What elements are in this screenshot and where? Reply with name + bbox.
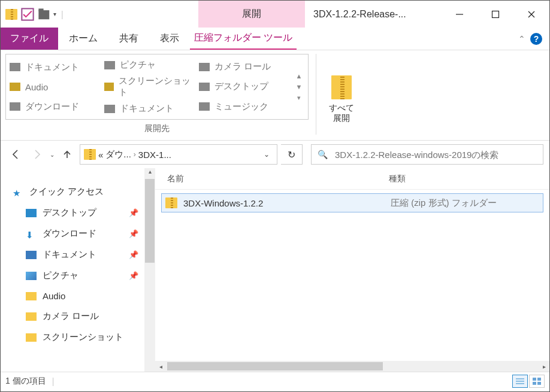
svg-rect-13 xyxy=(537,382,541,385)
breadcrumb-sep-icon[interactable]: › xyxy=(134,150,136,159)
document-icon xyxy=(26,251,37,259)
maximize-button[interactable] xyxy=(478,1,513,28)
sidebar-label: クイック アクセス xyxy=(29,186,104,197)
breadcrumb-current[interactable]: 3DX-1... xyxy=(138,150,171,160)
scroll-up-icon[interactable]: ▴ xyxy=(144,168,155,179)
dest-documents[interactable]: ドキュメント xyxy=(10,60,98,74)
dest-cameraroll[interactable]: カメラ ロール xyxy=(199,60,288,74)
dest-screenshots[interactable]: スクリーンショット xyxy=(104,74,193,99)
dest-documents-2[interactable]: ドキュメント xyxy=(104,102,193,116)
ribbon-group-extract-to: ドキュメント Audio ダウンロード ピクチャ スクリーンショット ドキュメン… xyxy=(5,54,309,140)
desktop-icon xyxy=(26,209,37,217)
svg-rect-2 xyxy=(38,8,43,11)
dest-downloads[interactable]: ダウンロード xyxy=(10,100,98,114)
sidebar-label: ダウンロード xyxy=(43,228,96,239)
search-icon: 🔍 xyxy=(318,150,328,159)
back-button[interactable] xyxy=(7,145,25,163)
qat-properties-icon[interactable] xyxy=(21,8,34,21)
file-row[interactable]: 3DX-Windows-1.2.2 圧縮 (zip 形式) フォルダー xyxy=(161,193,543,212)
navigation-pane[interactable]: ★ クイック アクセス デスクトップ📌 ⬇ダウンロード📌 ドキュメント📌 ピクチ… xyxy=(1,168,144,372)
address-dropdown-icon[interactable]: ⌄ xyxy=(260,150,273,159)
star-icon: ★ xyxy=(13,188,23,196)
help-icon[interactable]: ? xyxy=(530,33,542,45)
scroll-right-icon[interactable]: ▸ xyxy=(539,363,549,370)
view-details-button[interactable] xyxy=(512,375,528,388)
window-controls xyxy=(442,1,549,28)
tab-view[interactable]: 表示 xyxy=(149,28,190,50)
address-bar[interactable]: « ダウ... › 3DX-1... ⌄ xyxy=(80,144,277,165)
svg-rect-10 xyxy=(533,378,536,381)
up-button[interactable] xyxy=(58,145,76,163)
tab-compressed-tools[interactable]: 圧縮フォルダー ツール xyxy=(190,28,297,50)
sidebar-label: ドキュメント xyxy=(43,249,96,260)
gallery-more-icon[interactable]: ▾ xyxy=(297,94,301,102)
ribbon-body: ドキュメント Audio ダウンロード ピクチャ スクリーンショット ドキュメン… xyxy=(1,50,549,141)
address-icon xyxy=(84,149,96,160)
close-button[interactable] xyxy=(513,1,549,28)
zip-folder-icon xyxy=(165,197,177,208)
sidebar-cameraroll[interactable]: カメラ ロール xyxy=(1,306,144,327)
scrollbar-thumb[interactable] xyxy=(167,362,383,370)
pin-icon: 📌 xyxy=(129,250,138,259)
recent-locations-button[interactable]: ⌄ xyxy=(50,151,55,158)
gallery-down-icon[interactable]: ▼ xyxy=(296,83,303,90)
dest-label: カメラ ロール xyxy=(214,61,271,72)
sidebar-downloads[interactable]: ⬇ダウンロード📌 xyxy=(1,223,144,244)
dest-desktop[interactable]: デスクトップ xyxy=(199,80,288,93)
dest-label: スクリーンショット xyxy=(119,75,193,98)
navigation-bar: ⌄ « ダウ... › 3DX-1... ⌄ ↻ 🔍 xyxy=(1,141,549,168)
search-input[interactable] xyxy=(335,150,537,160)
scroll-left-icon[interactable]: ◂ xyxy=(155,363,166,370)
collapse-ribbon-icon[interactable]: ⌃ xyxy=(518,34,525,44)
titlebar: ▾ | 展開 3DX-1.2.2-Release-... xyxy=(1,1,549,28)
quick-access-toolbar: ▾ | xyxy=(1,1,198,28)
dest-audio[interactable]: Audio xyxy=(10,81,98,93)
sidebar-pictures[interactable]: ピクチャ📌 xyxy=(1,265,144,286)
qat-customize-icon[interactable]: ▾ xyxy=(53,11,56,17)
minimize-button[interactable] xyxy=(442,1,478,28)
dest-label: デスクトップ xyxy=(214,81,268,92)
file-list[interactable]: 3DX-Windows-1.2.2 圧縮 (zip 形式) フォルダー xyxy=(155,190,549,361)
extract-all-button[interactable]: すべて 展開 xyxy=(324,54,359,140)
sidebar-label: ピクチャ xyxy=(43,270,78,281)
sidebar-label: スクリーンショット xyxy=(43,332,123,343)
search-box[interactable]: 🔍 xyxy=(311,144,543,165)
view-thumbnails-button[interactable] xyxy=(529,375,545,388)
dest-label: ピクチャ xyxy=(120,59,156,71)
column-type[interactable]: 種類 xyxy=(389,174,549,184)
pin-icon: 📌 xyxy=(129,229,138,238)
extract-all-label: すべて 展開 xyxy=(329,103,354,123)
dest-pictures[interactable]: ピクチャ xyxy=(104,58,193,72)
main-area: ★ クイック アクセス デスクトップ📌 ⬇ダウンロード📌 ドキュメント📌 ピクチ… xyxy=(1,168,549,372)
column-headers[interactable]: 名前 種類 xyxy=(155,168,549,190)
sidebar-scrollbar[interactable]: ▴ xyxy=(144,168,155,372)
content-h-scrollbar[interactable]: ◂ ▸ xyxy=(155,361,549,372)
sidebar-audio[interactable]: Audio xyxy=(1,286,144,306)
tab-file[interactable]: ファイル xyxy=(1,28,58,50)
sidebar-screenshots[interactable]: スクリーンショット xyxy=(1,327,144,348)
sidebar-documents[interactable]: ドキュメント📌 xyxy=(1,244,144,265)
scrollbar-thumb[interactable] xyxy=(145,179,155,263)
sidebar-quick-access[interactable]: ★ クイック アクセス xyxy=(1,181,144,202)
gallery-up-icon[interactable]: ▲ xyxy=(296,72,303,80)
pin-icon: 📌 xyxy=(129,208,138,217)
column-name[interactable]: 名前 xyxy=(167,174,389,184)
destination-gallery[interactable]: ドキュメント Audio ダウンロード ピクチャ スクリーンショット ドキュメン… xyxy=(5,54,309,120)
extract-all-icon xyxy=(331,75,352,99)
content-pane: 名前 種類 3DX-Windows-1.2.2 圧縮 (zip 形式) フォルダ… xyxy=(155,168,549,372)
qat-newfolder-icon[interactable] xyxy=(38,8,51,21)
sidebar-desktop[interactable]: デスクトップ📌 xyxy=(1,202,144,223)
dest-label: ミュージック xyxy=(214,101,268,113)
window-title: 3DX-1.2.2-Release-... xyxy=(305,1,442,28)
ribbon-separator xyxy=(316,54,316,135)
breadcrumb-downloads[interactable]: ダウ... xyxy=(105,149,131,160)
tab-share[interactable]: 共有 xyxy=(108,28,149,50)
folder-icon xyxy=(26,292,37,300)
refresh-button[interactable]: ↻ xyxy=(281,144,303,165)
dest-music[interactable]: ミュージック xyxy=(199,100,288,114)
gallery-scroll[interactable]: ▲▼▾ xyxy=(294,57,304,117)
tab-home[interactable]: ホーム xyxy=(58,28,108,50)
forward-button[interactable] xyxy=(28,145,46,163)
thumbnails-view-icon xyxy=(533,378,541,385)
breadcrumb-prefix[interactable]: « xyxy=(98,150,103,160)
